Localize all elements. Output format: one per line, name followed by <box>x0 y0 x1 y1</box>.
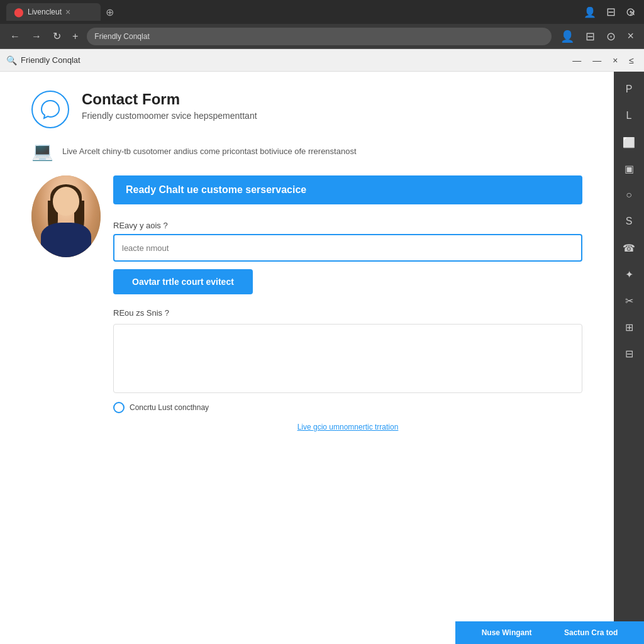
privacy-anchor[interactable]: Live gcio umnomnertic trration <box>297 423 399 431</box>
inner-toolbar-controls: — — × ≤ <box>569 53 638 68</box>
panel-icon: ⊟ <box>625 348 633 360</box>
inner-minimize-btn[interactable]: — <box>569 53 585 68</box>
rect-icon: ⬜ <box>623 136 635 148</box>
inner-restore-btn[interactable]: — <box>589 53 605 68</box>
consent-text: Concrtu Lust concthnay <box>130 403 209 412</box>
sidebar-tool-select[interactable]: S <box>618 210 640 233</box>
field2-textarea[interactable] <box>113 324 582 393</box>
form-title: Contact Form <box>82 91 257 108</box>
browser-logo: ⬤ <box>14 7 24 17</box>
right-sidebar: P L ⬜ ▣ ○ S ☎ ✦ ✂ ⊞ ⊟ <box>614 72 644 644</box>
avatar-body <box>41 223 91 257</box>
shape-icon: ▣ <box>625 163 634 175</box>
sidebar-tool-grid[interactable]: ⊞ <box>618 316 640 338</box>
sidebar-tool-panel[interactable]: ⊟ <box>618 342 640 365</box>
bookmark-btn[interactable]: ⊟ <box>604 3 618 21</box>
browser-controls: ← → ↻ + Friendly Conqlat 👤 ⊟ ⊙ × <box>0 24 644 49</box>
inner-title: Friendly Conqlat <box>21 55 565 65</box>
form-subtitle: Friendly customoomer svice hepspementtan… <box>82 111 257 121</box>
new-tab-icon[interactable]: ⊕ <box>106 6 114 18</box>
consent-row: Concrtu Lust concthnay <box>113 402 582 413</box>
sidebar-tool-cut[interactable]: ✂ <box>618 289 640 312</box>
forward-btn[interactable]: → <box>29 28 44 45</box>
agent-section: Ready Chalt ue custome serservacice REav… <box>31 175 582 432</box>
search-icon: 🔍 <box>6 55 17 65</box>
select-icon: S <box>626 216 633 227</box>
form-right: Ready Chalt ue custome serservacice REav… <box>113 175 582 432</box>
field2-label: REou zs Snis ? <box>113 308 582 318</box>
pen-icon: P <box>626 84 633 95</box>
info-row: 💻 Live Arcelt chiny-tb cusotomer andius … <box>31 141 582 162</box>
tab-manage-btn[interactable]: ⊟ <box>583 27 597 46</box>
sidebar-tool-circle[interactable]: ○ <box>618 184 640 206</box>
sidebar-tool-star[interactable]: ✦ <box>618 263 640 286</box>
info-text: Live Arcelt chiny-tb cusotomer andius co… <box>62 147 357 156</box>
bottom-btn1[interactable]: Nuse Wingant <box>482 628 532 637</box>
main-wrapper: Contact Form Friendly customoomer svice … <box>0 72 644 644</box>
sidebar-tool-line[interactable]: L <box>618 104 640 127</box>
avatar-head <box>53 187 79 216</box>
consent-checkbox[interactable] <box>113 402 125 413</box>
bottom-btn2[interactable]: Sactun Cra tod <box>564 628 618 637</box>
agent-avatar <box>31 175 101 257</box>
tab-title: Livencleut <box>28 8 62 16</box>
inner-close-btn[interactable]: × <box>609 53 621 68</box>
form-header-text: Contact Form Friendly customoomer svice … <box>82 91 257 121</box>
profile-icon-btn[interactable]: 👤 <box>558 27 577 46</box>
cut-icon: ✂ <box>625 295 633 307</box>
field1-label: REavy y aois ? <box>113 221 582 230</box>
browser-titlebar: ⬤ Livencleut × ⊕ 👤 ⊟ ⊙ × <box>0 0 644 24</box>
sidebar-tool-pen[interactable]: P <box>618 78 640 101</box>
address-bar[interactable]: Friendly Conqlat <box>87 28 552 45</box>
circle-icon: ○ <box>626 189 632 201</box>
home-btn[interactable]: + <box>70 28 80 45</box>
star-icon: ✦ <box>625 269 633 280</box>
refresh-btn[interactable]: ↻ <box>50 28 64 45</box>
avatar-image <box>31 175 101 257</box>
browser-tab[interactable]: ⬤ Livencleut × <box>6 3 101 21</box>
content-area: Contact Form Friendly customoomer svice … <box>0 72 614 644</box>
tab-close-btn[interactable]: × <box>65 7 70 17</box>
laptop-icon: 💻 <box>31 141 53 162</box>
line-icon: L <box>626 110 632 121</box>
sidebar-tool-shape[interactable]: ▣ <box>618 157 640 180</box>
privacy-link[interactable]: Live gcio umnomnertic trration <box>113 421 582 432</box>
browser-close-btn[interactable]: × <box>627 5 638 21</box>
form-logo <box>31 91 69 128</box>
settings-btn[interactable]: ⊙ <box>604 27 618 46</box>
phone-icon: ☎ <box>623 242 635 254</box>
back-btn[interactable]: ← <box>8 28 23 45</box>
grid-icon: ⊞ <box>625 321 633 333</box>
select-btn[interactable]: Oavtar trtle court evitect <box>113 269 253 294</box>
inner-toolbar: 🔍 Friendly Conqlat — — × ≤ <box>0 49 644 72</box>
form-header: Contact Form Friendly customoomer svice … <box>31 91 582 128</box>
cta-banner: Ready Chalt ue custome serservacice <box>113 175 582 204</box>
field1-input[interactable] <box>113 234 582 262</box>
profile-btn[interactable]: 👤 <box>581 4 599 21</box>
sidebar-tool-phone[interactable]: ☎ <box>618 236 640 259</box>
sidebar-tool-rect[interactable]: ⬜ <box>618 131 640 153</box>
inner-extra-btn[interactable]: ≤ <box>625 53 638 68</box>
address-text: Friendly Conqlat <box>94 32 149 41</box>
bottom-bar: Nuse Wingant Sactun Cra tod <box>455 621 644 644</box>
nav-close-btn[interactable]: × <box>625 27 636 45</box>
